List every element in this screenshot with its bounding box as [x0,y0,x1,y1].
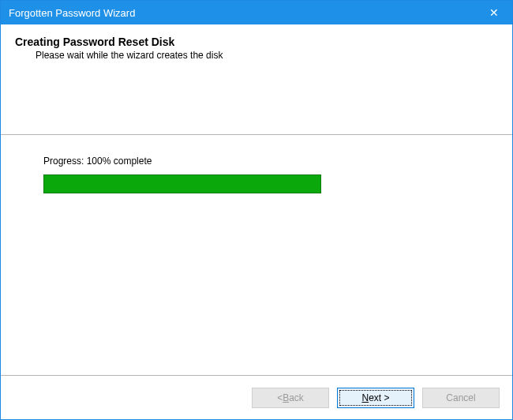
wizard-content: Progress: 100% complete [1,135,512,375]
wizard-window: Forgotten Password Wizard ✕ Creating Pas… [0,0,513,420]
progress-label: Progress: 100% complete [43,156,470,167]
progress-bar [43,174,321,193]
wizard-header: Creating Password Reset Disk Please wait… [1,24,512,135]
page-title: Creating Password Reset Disk [15,36,498,48]
next-rest: ext > [369,392,389,403]
wizard-footer: < Back Next > Cancel [1,375,512,419]
next-hotkey: N [361,392,369,403]
window-title: Forgotten Password Wizard [9,7,476,19]
page-subtitle: Please wait while the wizard creates the… [36,50,498,61]
cancel-button: Cancel [422,388,500,408]
back-button: < Back [252,388,329,408]
close-icon: ✕ [489,6,499,19]
back-hotkey: B [283,392,289,403]
next-button[interactable]: Next > [337,388,414,408]
titlebar: Forgotten Password Wizard ✕ [1,1,512,24]
close-button[interactable]: ✕ [476,1,512,24]
back-prefix: < [277,392,283,403]
back-rest: ack [289,392,304,403]
